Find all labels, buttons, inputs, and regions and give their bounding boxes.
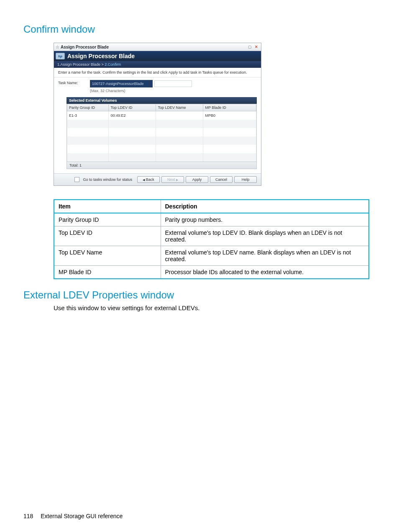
go-to-tasks-checkbox[interactable] xyxy=(74,177,79,182)
col-parity-group-id[interactable]: Parity Group ID xyxy=(67,104,109,111)
desc-col-description: Description xyxy=(161,200,369,213)
desc-desc: External volume's top LDEV ID. Blank dis… xyxy=(161,226,369,246)
cancel-button[interactable]: Cancel xyxy=(210,176,233,183)
desc-item: Parity Group ID xyxy=(54,213,161,226)
selected-volumes-header: Selected External Volumes xyxy=(66,97,257,104)
desc-desc: Processor blade IDs allocated to the ext… xyxy=(161,266,369,279)
page-number: 118 xyxy=(23,513,33,519)
table-row xyxy=(67,145,256,153)
apply-button[interactable]: Apply xyxy=(186,176,208,183)
dialog-footer: Go to tasks window for status ◀ Back Nex… xyxy=(54,173,261,185)
page-footer: 118 External Storage GUI reference xyxy=(23,513,123,519)
dialog-titlebar: ☆ Assign Processor Blade ▢ ✕ xyxy=(54,43,261,51)
heading-confirm: Confirm window xyxy=(23,23,376,35)
crumb-step-2-active: 2.Confirm xyxy=(105,62,121,67)
desc-item: MP Blade ID xyxy=(54,266,161,279)
desc-item: Top LDEV ID xyxy=(54,226,161,246)
dialog-assign-processor-blade: ☆ Assign Processor Blade ▢ ✕ hp Assign P… xyxy=(54,43,261,186)
grid-header-row: Parity Group ID Top LDEV ID Top LDEV Nam… xyxy=(67,104,256,111)
heading-external-ldev: External LDEV Properties window xyxy=(23,289,376,301)
next-button: Next ▶ xyxy=(161,176,184,183)
cell-mp-blade-id: MPB0 xyxy=(203,111,256,120)
selected-volumes-grid: Parity Group ID Top LDEV ID Top LDEV Nam… xyxy=(66,104,257,162)
dialog-header-title: Assign Processor Blade xyxy=(67,53,135,59)
dialog-instruction: Enter a name for the task. Confirm the s… xyxy=(54,68,261,77)
table-row: Top LDEV ID External volume's top LDEV I… xyxy=(54,226,369,246)
dialog-title: Assign Processor Blade xyxy=(61,45,247,49)
table-row xyxy=(67,120,256,128)
cell-top-ldev-name xyxy=(156,111,203,120)
external-ldev-text: Use this window to view settings for ext… xyxy=(54,304,376,311)
desc-desc: Parity group numbers. xyxy=(161,213,369,226)
table-row: Top LDEV Name External volume's top LDEV… xyxy=(54,246,369,266)
desc-col-item: Item xyxy=(54,200,161,213)
help-button[interactable]: Help xyxy=(234,176,257,183)
footer-section: External Storage GUI reference xyxy=(41,513,123,519)
table-row xyxy=(67,153,256,162)
description-table: Item Description Parity Group ID Parity … xyxy=(54,199,369,279)
crumb-separator: > xyxy=(102,62,104,67)
col-top-ldev-name[interactable]: Top LDEV Name xyxy=(156,104,203,111)
close-icon[interactable]: ✕ xyxy=(253,45,259,49)
breadcrumb: 1.Assign Processor Blade > 2.Confirm xyxy=(54,61,261,68)
task-name-input[interactable]: 100727-AssignProcessorBlade xyxy=(90,80,153,87)
cell-parity-group-id: E1-3 xyxy=(67,111,109,120)
hp-logo-icon: hp xyxy=(56,53,65,59)
crumb-step-1[interactable]: 1.Assign Processor Blade xyxy=(57,62,100,67)
desc-item: Top LDEV Name xyxy=(54,246,161,266)
grid-total: Total: 1 xyxy=(66,162,257,169)
table-row xyxy=(67,128,256,136)
dialog-header: hp Assign Processor Blade xyxy=(54,51,261,61)
table-row: Parity Group ID Parity group numbers. xyxy=(54,213,369,226)
next-arrow-icon: ▶ xyxy=(176,178,178,181)
pin-icon[interactable]: ☆ xyxy=(56,45,61,49)
back-button[interactable]: ◀ Back xyxy=(137,176,160,183)
table-row: MP Blade ID Processor blade IDs allocate… xyxy=(54,266,369,279)
task-name-hint: (Max. 32 Characters) xyxy=(90,89,192,93)
back-arrow-icon: ◀ xyxy=(143,178,145,181)
cell-top-ldev-id: 00:49:E2 xyxy=(109,111,156,120)
table-row[interactable]: E1-3 00:49:E2 MPB0 xyxy=(67,111,256,120)
col-mp-blade-id[interactable]: MP Blade ID xyxy=(203,104,256,111)
col-top-ldev-id[interactable]: Top LDEV ID xyxy=(109,104,156,111)
desc-desc: External volume's top LDEV name. Blank d… xyxy=(161,246,369,266)
go-to-tasks-label: Go to tasks window for status xyxy=(83,177,132,182)
maximize-icon[interactable]: ▢ xyxy=(247,45,253,49)
task-name-label: Task Name: xyxy=(58,80,83,85)
table-row xyxy=(67,136,256,145)
task-name-extra-input[interactable] xyxy=(154,80,192,87)
